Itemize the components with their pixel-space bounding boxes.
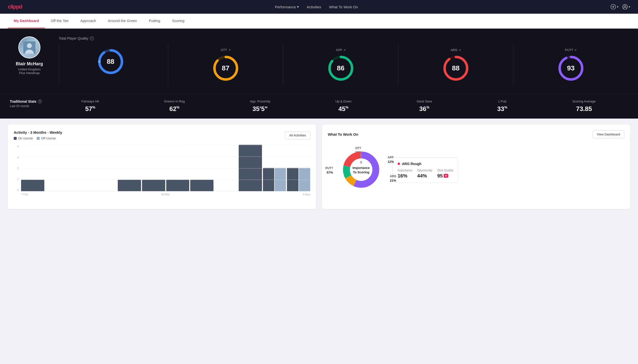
- app-donut-label: APP 12%: [387, 155, 394, 164]
- donut-with-labels: PUTT 57% OTT 10% APP 12% ARG: [328, 143, 386, 197]
- bar-on-course: [142, 180, 165, 192]
- legend-off-course: Off course: [37, 136, 56, 140]
- stat-scoring-average: Scoring Average 73.85: [572, 100, 596, 113]
- tab-around-the-green[interactable]: Around the Green: [102, 14, 143, 28]
- putt-score-value: 93: [567, 64, 575, 72]
- arg-score-value: 88: [452, 64, 460, 72]
- putt-label: PUTT ↗: [565, 48, 577, 52]
- tab-scoring[interactable]: Scoring: [166, 14, 190, 28]
- arg-indicator-dot: [397, 162, 400, 165]
- total-score-value: 88: [107, 58, 114, 66]
- x-axis-labels: 7 Feb 28 Mar 9 May: [21, 193, 310, 196]
- tab-putting[interactable]: Putting: [143, 14, 166, 28]
- putt-trend-icon: ↗: [574, 48, 576, 52]
- stats-subtitle: Last 20 rounds: [10, 104, 49, 108]
- bar-group: [118, 180, 141, 192]
- activity-panel-title: Activity - 3 Months - Weekly: [14, 130, 62, 134]
- putt-donut-label: PUTT 57%: [325, 166, 333, 174]
- ott-label: OTT ↗: [221, 48, 231, 52]
- tab-off-the-tee[interactable]: Off the Tee: [45, 14, 74, 28]
- player-handicap: Plus Handicap: [19, 71, 40, 75]
- ott-trend-icon: ↗: [228, 48, 231, 52]
- stats-help-icon[interactable]: ?: [38, 100, 42, 104]
- bar-on-course: [190, 180, 214, 192]
- player-country: United Kingdom: [18, 68, 41, 71]
- top-navigation: clippd Performance ▾ Activities What To …: [0, 0, 638, 14]
- chevron-down-icon: ▾: [297, 5, 299, 9]
- all-activities-button[interactable]: All Activities: [285, 131, 310, 139]
- score-card-app: APP ↗ 86: [283, 44, 398, 86]
- arg-card-header: ARG Rough: [397, 162, 453, 166]
- app-label: APP ↗: [336, 48, 345, 52]
- arg-opportunity-stat: Opportunity 44%: [417, 169, 432, 179]
- app-trend-icon: ↗: [343, 48, 346, 52]
- bar-group: [263, 168, 286, 191]
- putt-ring: 93: [557, 55, 584, 82]
- avatar: [18, 36, 40, 58]
- arg-rough-card: ARG Rough Importance 16% Opportunity 44%…: [392, 158, 458, 183]
- activity-panel: Activity - 3 Months - Weekly On course O…: [8, 124, 316, 209]
- view-dashboard-button[interactable]: View Dashboard: [593, 130, 624, 138]
- hero-section: Blair McHarg United Kingdom Plus Handica…: [0, 28, 638, 94]
- nav-what-to-work-on[interactable]: What To Work On: [329, 5, 358, 9]
- bar-chart: [21, 145, 310, 192]
- tab-approach[interactable]: Approach: [74, 14, 102, 28]
- add-button[interactable]: ▾: [610, 4, 618, 10]
- arg-ring: 88: [442, 55, 469, 82]
- total-ring: 88: [97, 48, 124, 75]
- scores-area: Total Player Quality ? 88: [59, 36, 628, 86]
- activity-panel-header: Activity - 3 Months - Weekly On course O…: [14, 130, 310, 140]
- on-course-dot: [14, 137, 17, 140]
- stats-title: Traditional Stats ?: [10, 100, 49, 104]
- traditional-stats-bar: Traditional Stats ? Last 20 rounds Fairw…: [0, 94, 638, 118]
- tab-my-dashboard[interactable]: My Dashboard: [8, 14, 45, 28]
- chevron-down-icon: ▾: [617, 5, 618, 8]
- arg-label: ARG ↗: [451, 48, 461, 52]
- nav-links: Performance ▾ Activities What To Work On: [275, 5, 358, 9]
- what-to-work-on-header: What To Work On View Dashboard: [328, 130, 624, 138]
- logo[interactable]: clippd: [8, 4, 22, 10]
- y-axis-labels: 0 1 2 3 4: [14, 145, 19, 192]
- arg-importance-stat: Importance 16%: [397, 169, 412, 179]
- legend-on-course: On course: [14, 136, 33, 140]
- bar-on-course: [287, 168, 298, 191]
- svg-point-4: [27, 43, 32, 48]
- arg-trend-icon: ↗: [459, 48, 461, 52]
- tab-bar: My Dashboard Off the Tee Approach Around…: [0, 14, 638, 28]
- what-to-work-on-panel: What To Work On View Dashboard PUTT 57% …: [322, 124, 630, 209]
- stat-greens-in-reg: Greens In Reg 62%: [164, 100, 185, 113]
- user-menu-button[interactable]: ▾: [622, 4, 630, 10]
- bottom-panels: Activity - 3 Months - Weekly On course O…: [0, 118, 638, 215]
- donut-center-text: Importance To Scoring: [353, 166, 370, 174]
- nav-right: ▾ ▾: [610, 4, 630, 10]
- ott-ring: 87: [212, 55, 239, 82]
- app-ring: 86: [327, 55, 354, 82]
- player-info: Blair McHarg United Kingdom Plus Handica…: [10, 36, 49, 75]
- bar-group: [142, 180, 165, 192]
- donut-chart-container: PUTT 57% OTT 10% APP 12% ARG: [328, 143, 386, 197]
- score-card-arg: ARG ↗ 88: [398, 44, 513, 86]
- score-cards: 88 OTT ↗ 87: [59, 44, 628, 86]
- bar-group: [166, 180, 189, 192]
- donut-area: PUTT 57% OTT 10% APP 12% ARG: [328, 143, 624, 197]
- help-icon[interactable]: ?: [90, 36, 94, 40]
- bar-group: [21, 180, 44, 192]
- score-card-ott: OTT ↗ 87: [168, 44, 283, 86]
- chart-legend: On course Off course: [14, 136, 62, 140]
- score-card-putt: PUTT ↗ 93: [513, 44, 628, 86]
- bar-group: [287, 168, 310, 191]
- arg-card-stats: Importance 16% Opportunity 44% Shot Qual…: [397, 169, 453, 179]
- bar-on-course: [21, 180, 44, 192]
- arg-shot-quality-stat: Shot Quality 95 ▼: [437, 169, 453, 179]
- stat-app-proximity: App. Proximity 35'5": [250, 100, 270, 113]
- nav-activities[interactable]: Activities: [307, 5, 321, 9]
- stat-up-and-down: Up & Down 45%: [335, 100, 352, 113]
- bar-on-course: [118, 180, 141, 192]
- stats-label-group: Traditional Stats ? Last 20 rounds: [10, 100, 49, 108]
- donut-svg-wrapper: Importance To Scoring: [341, 150, 381, 190]
- bar-on-course: [263, 168, 274, 191]
- stats-items: Fairways Hit 57% Greens In Reg 62% App. …: [49, 100, 628, 113]
- chevron-down-icon: ▾: [629, 5, 630, 8]
- total-quality-label: Total Player Quality ?: [59, 36, 628, 40]
- nav-performance[interactable]: Performance ▾: [275, 5, 299, 9]
